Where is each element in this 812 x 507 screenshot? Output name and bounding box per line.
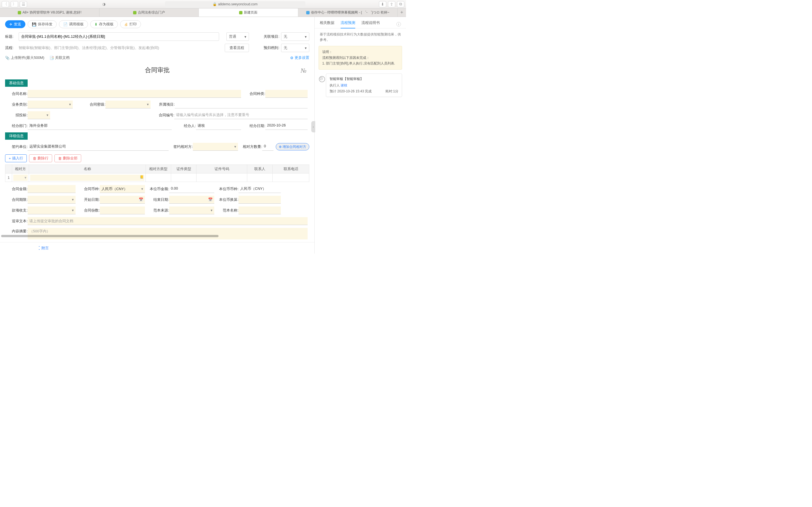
amount-input[interactable] [28, 185, 75, 193]
assoc-doc-link[interactable]: 📑关联文档 [49, 55, 70, 60]
row-name-input[interactable]: 📒 [30, 175, 144, 181]
tab-process-manual[interactable]: 流程说明书 [361, 20, 380, 28]
project-label: 所属项目: [159, 102, 175, 107]
postscript-toggle[interactable]: ⌃⌄ 附言 [38, 245, 49, 251]
bid-select[interactable]: ▾ [28, 111, 50, 119]
contract-type-input[interactable] [265, 90, 308, 98]
table-row[interactable]: 1 ▾ 📒 [5, 173, 309, 182]
assoc-project-select[interactable]: 无▾ [281, 33, 309, 41]
chevron-down-icon: ▾ [69, 102, 71, 107]
base-rate-input[interactable] [239, 196, 281, 204]
save-template-icon: ⬇ [94, 22, 98, 26]
chevron-down-icon: ▾ [211, 208, 213, 212]
paperclip-icon: 📎 [5, 56, 10, 60]
trash-icon: 🗑 [58, 156, 62, 161]
priority-select[interactable]: 普通▾ [226, 33, 249, 41]
topic-input[interactable] [18, 33, 219, 41]
plus-icon: ⊕ [279, 145, 282, 149]
upload-attachment-link[interactable]: 📎上传附件(最大500M) [5, 55, 44, 60]
horizontal-scrollbar[interactable] [1, 235, 218, 237]
end-date-input[interactable]: 📅 [169, 196, 214, 204]
send-icon: ✈ [9, 22, 12, 26]
chevron-down-icon: ▾ [72, 198, 74, 202]
load-template-button[interactable]: 📄调用模板 [59, 20, 88, 28]
panel-collapse-handle[interactable]: › [311, 121, 315, 132]
download-button[interactable]: ⬇ [379, 1, 386, 7]
copies-input[interactable] [100, 207, 145, 214]
sign-counter-select[interactable]: ▾ [193, 143, 238, 151]
sample-name-label: 范本名称: [223, 208, 239, 213]
contract-name-input[interactable] [28, 90, 241, 98]
summary-input[interactable]: （500字内） [28, 228, 308, 239]
sample-src-label: 范本来源: [153, 208, 169, 213]
col-contact: 联系人 [247, 165, 273, 173]
handler-value: 谢枝 [196, 122, 241, 130]
biz-category-label: 业务类别: [12, 102, 28, 107]
row-counter-select[interactable]: ▾ [13, 175, 28, 181]
chevron-icon: ⌃⌄ [38, 246, 40, 250]
share-button[interactable]: ⇪ [388, 1, 395, 7]
browser-tab-0[interactable]: A8+ 协同管理软件 V8.0SP1, 谢枝,您好! [0, 8, 100, 17]
tab-related-data[interactable]: 相关数据 [320, 20, 335, 28]
col-type: 相对方类型 [146, 165, 171, 173]
dept-value: 海外业务部 [28, 122, 172, 130]
counter-count-label: 相对方数量: [243, 144, 262, 149]
save-template-button[interactable]: ⬇存为模板 [90, 20, 118, 28]
start-date-label: 开始日期: [84, 197, 100, 202]
chevron-down-icon: ▾ [72, 208, 74, 212]
exec-person-link[interactable]: 谢枝 [341, 83, 347, 87]
number-mark: № [301, 67, 306, 74]
base-amount-label: 本位币金额: [150, 186, 169, 191]
archive-label: 预归档到: [262, 45, 280, 50]
view-process-button[interactable]: 查看流程 [225, 44, 249, 52]
form-title: 合同审批 № [5, 64, 309, 78]
url-bar[interactable]: 🔒 a8demo.seeyoncloud.com [165, 1, 305, 7]
start-date-input[interactable]: 📅 [100, 196, 145, 204]
sidebar-button[interactable]: ☰ [20, 1, 27, 7]
summary-label: 内容摘要: [12, 229, 28, 234]
col-id-type: 证件类型 [171, 165, 197, 173]
forward-button[interactable]: 〉 [11, 1, 18, 7]
delete-row-button[interactable]: 🗑删除行 [29, 154, 52, 162]
url-text: a8demo.seeyoncloud.com [218, 2, 257, 6]
process-node: 智能审核【智能审核】 执行人 谢枝 预计 2020-10-26 15:43 完成… [326, 73, 402, 97]
project-input[interactable] [175, 101, 308, 108]
income-select[interactable]: ▾ [28, 207, 75, 214]
contract-no-input[interactable]: 请输入编号或从编号库从选择，注意不要重号 [174, 111, 308, 119]
add-counterparty-button[interactable]: ⊕增加合同相对方 [276, 143, 309, 151]
back-button[interactable]: 〈 [2, 1, 9, 7]
section-detail-header: 详细信息 [5, 132, 28, 140]
addressbook-icon[interactable]: 📒 [140, 175, 144, 179]
tabs-button[interactable]: ⧉ [397, 1, 404, 7]
save-draft-button[interactable]: 💾保存待发 [28, 20, 57, 28]
browser-tab-1[interactable]: 合同法务综合门户 [100, 8, 199, 17]
print-button[interactable]: 🖨打印 [120, 20, 141, 28]
node-title: 智能审核【智能审核】 [329, 76, 398, 81]
period-select[interactable]: ▾ [28, 196, 75, 204]
insert-row-button[interactable]: +插入行 [5, 154, 27, 162]
biz-category-select[interactable]: ▾ [28, 101, 73, 108]
counterparty-table: 相对方 名称 相对方类型 证件类型 证件号码 联系人 联系电话 1 ▾ 📒 [5, 165, 309, 182]
tab-label: A8+ 协同管理软件 V8.0SP1, 谢枝,您好! [22, 10, 82, 15]
browser-tab-2[interactable]: 新建页面 [199, 8, 298, 17]
sample-src-select[interactable]: ▾ [169, 207, 214, 214]
archive-select[interactable]: 无▾ [281, 44, 309, 52]
new-tab-button[interactable]: + [398, 8, 406, 17]
secret-level-select[interactable]: ▾ [105, 101, 151, 108]
handle-date-label: 经办日期: [250, 123, 265, 128]
delete-all-button[interactable]: 🗑删除全部 [54, 154, 81, 162]
info-icon[interactable]: i [396, 22, 401, 26]
template-icon: 📄 [63, 22, 68, 26]
section-basic-header: 基础信息 [5, 79, 28, 87]
tab-process-predict[interactable]: 流程预测 [341, 20, 355, 28]
col-counterparty: 相对方 [12, 165, 29, 173]
submit-doc-input[interactable]: 请上传提交审批的合同文档 [28, 217, 308, 225]
browser-tab-3[interactable]: 创作中心 - 哔哩哔哩弹幕视频网 - ( ゜- ゜)つロ 乾杯~ [298, 8, 398, 17]
send-button[interactable]: ✈发送 [5, 20, 26, 28]
bid-label: 招投标: [15, 113, 28, 118]
submit-doc-label: 送审文本: [12, 219, 28, 224]
sample-name-input[interactable] [239, 207, 281, 214]
currency-select[interactable]: 人民币（CNY）▾ [100, 185, 145, 193]
shield-icon[interactable]: ◑ [101, 1, 107, 7]
more-settings-link[interactable]: ⚙更多设置 [290, 55, 309, 60]
